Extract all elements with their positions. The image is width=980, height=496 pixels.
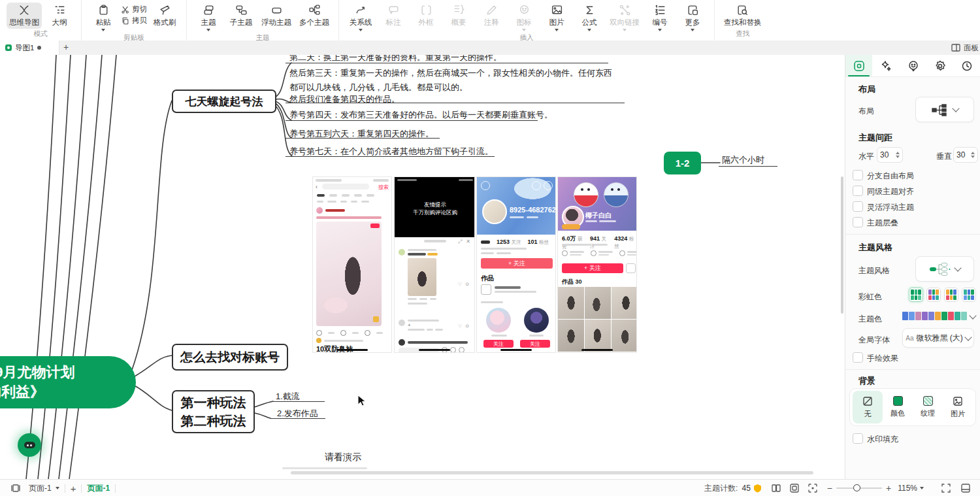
checkbox-hand-drawn[interactable] bbox=[853, 352, 863, 363]
multi-topic-button[interactable]: 多个主题 bbox=[297, 3, 332, 29]
follow-button[interactable]: + 关注 bbox=[481, 258, 553, 269]
outer-frame-button[interactable]: 外框 bbox=[411, 3, 441, 29]
checkbox-align-siblings-label: 同级主题对齐 bbox=[867, 186, 914, 197]
attached-image-feed-app[interactable]: ‹ 搜索 bbox=[312, 176, 392, 353]
zoom-level-value: 115% bbox=[898, 484, 917, 493]
outline-mode-button[interactable]: 大纲 bbox=[44, 3, 74, 29]
topic-day3-line1[interactable]: 然后第三天：重复第一天的操作，然后在商城买一个，跟女性相关的小物件。任何东西 bbox=[289, 67, 612, 79]
copy-button[interactable]: 拷贝 bbox=[121, 16, 147, 25]
badge-1-2[interactable]: 1-2 bbox=[664, 152, 701, 174]
paste-button[interactable]: 粘贴 bbox=[88, 3, 118, 33]
numbering-icon bbox=[654, 4, 666, 16]
more-button[interactable]: 更多 bbox=[678, 3, 708, 33]
background-texture-option[interactable]: 纹理 bbox=[913, 391, 943, 423]
note-button[interactable]: 注释 bbox=[476, 3, 506, 29]
find-replace-button[interactable]: 查找和替换 bbox=[721, 3, 764, 29]
bidirectional-link-button[interactable]: 双向链接 bbox=[607, 3, 642, 33]
spacing-section-title: 主题间距 bbox=[858, 132, 892, 144]
summary-button[interactable]: 概要 bbox=[444, 3, 474, 29]
checkbox-watermark[interactable] bbox=[853, 433, 863, 444]
rainbow-swatch-2[interactable] bbox=[926, 288, 941, 302]
h-spacing-input[interactable]: 30 bbox=[877, 147, 903, 163]
attached-image-video-comments[interactable]: 友情提示 千万别购评论区购 ⤢✕ ♡⊙ bbox=[394, 176, 475, 353]
more-actions-button[interactable] bbox=[626, 263, 636, 273]
checkbox-align-siblings[interactable] bbox=[853, 186, 863, 196]
image-button[interactable]: 图片 bbox=[542, 3, 572, 33]
relation-line-icon bbox=[355, 4, 367, 16]
layout-dropdown[interactable] bbox=[915, 97, 974, 122]
zoom-slider[interactable] bbox=[836, 488, 882, 489]
checkbox-flexible-floating[interactable] bbox=[853, 201, 863, 212]
mindmap-mode-button[interactable]: 思维导图 bbox=[7, 3, 42, 29]
follow-button-small[interactable]: 关注 bbox=[520, 340, 550, 348]
rainbow-swatch-3[interactable] bbox=[944, 288, 958, 302]
checkbox-topic-overlap[interactable] bbox=[853, 217, 863, 227]
rainbow-swatch-1[interactable] bbox=[909, 288, 923, 302]
panel-tab-marker[interactable] bbox=[900, 55, 926, 76]
document-tab-label: 导图1 bbox=[15, 43, 34, 53]
add-tab-button[interactable]: + bbox=[60, 42, 72, 54]
topic-button[interactable]: 主题 bbox=[193, 3, 223, 33]
follow-button[interactable]: + 关注 bbox=[562, 263, 623, 273]
marker-icon-button[interactable]: 图标 bbox=[509, 3, 539, 33]
collapse-bar-icon[interactable] bbox=[960, 483, 971, 493]
font-dropdown[interactable]: Aa 微软雅黑 (大) bbox=[902, 328, 974, 348]
numbering-button[interactable]: 编号 bbox=[645, 3, 675, 33]
attached-image-profile-doraemon[interactable]: 椰子白白 6.0万 获赞 941 关注 4324 粉丝 + 关注 作品 30 bbox=[557, 176, 637, 353]
fullscreen-icon[interactable] bbox=[941, 483, 951, 493]
panel-toggle-button[interactable]: 面板 bbox=[951, 41, 979, 55]
page-tab-active[interactable]: 页面-1 bbox=[87, 483, 110, 494]
node-seven-day-method[interactable]: 七天螺旋起号法 bbox=[172, 90, 276, 113]
add-page-button[interactable]: + bbox=[71, 483, 76, 494]
v-spacing-input[interactable]: 30 bbox=[953, 147, 978, 163]
fit-frame-icon[interactable] bbox=[789, 483, 800, 493]
topic-underline bbox=[286, 103, 625, 103]
style-section-title: 主题风格 bbox=[858, 242, 892, 254]
subtopic-button[interactable]: 子主题 bbox=[226, 3, 256, 29]
mindmap-canvas[interactable]: 第二天：换上第一天准备好的资料。重复第一天的操作。 然后第三天：重复第一天的操作… bbox=[0, 55, 845, 479]
document-tab[interactable]: 导图1 bbox=[0, 41, 59, 55]
background-none-option[interactable]: 无 bbox=[853, 391, 883, 423]
floating-topic-button[interactable]: 浮动主题 bbox=[259, 3, 294, 29]
engagement-row bbox=[316, 330, 383, 336]
relation-line-button[interactable]: 关系线 bbox=[346, 3, 376, 33]
fit-screen-icon[interactable] bbox=[808, 483, 818, 493]
panel-tab-history[interactable] bbox=[954, 55, 980, 76]
topic-day4[interactable]: 养号第四天：发布第三天准备好的作品。以后每一天都要刷垂直账号。 bbox=[289, 109, 553, 121]
theme-style-dropdown[interactable] bbox=[915, 256, 974, 282]
node-play-methods[interactable]: 第一种玩法 第二种玩法 bbox=[172, 390, 255, 433]
format-painter-button[interactable]: 格式刷 bbox=[150, 3, 180, 29]
dropdown-caret bbox=[359, 29, 363, 31]
panel-tab-sticker[interactable] bbox=[926, 55, 953, 76]
panel-tab-layout[interactable] bbox=[845, 55, 872, 76]
ai-assistant-button[interactable] bbox=[18, 433, 41, 457]
divider bbox=[845, 234, 980, 235]
zoom-in-button[interactable]: + bbox=[886, 483, 891, 493]
attached-image-profile-blue[interactable]: 8925-4682762 1253 关注 101 粉丝 + 关注 作品 关注 关 bbox=[476, 176, 556, 353]
page-dropdown[interactable]: 页面-1 bbox=[29, 483, 59, 494]
zoom-slider-thumb[interactable] bbox=[853, 484, 860, 491]
topic-day3-line2[interactable]: 都可以几块钱，几分钱，几毛钱。都是可以的。 bbox=[289, 82, 468, 93]
callout-button[interactable]: 标注 bbox=[378, 3, 408, 29]
topic-every-six-hours[interactable]: 隔六个小时 bbox=[722, 154, 764, 166]
topic-demo-note[interactable]: 请看演示 bbox=[325, 452, 361, 463]
cut-button[interactable]: 剪切 bbox=[121, 5, 147, 14]
node-find-benchmark[interactable]: 怎么去找对标账号 bbox=[172, 344, 288, 371]
more-icon bbox=[687, 4, 699, 16]
zoom-out-button[interactable]: − bbox=[827, 483, 832, 493]
zoom-level-dropdown[interactable]: 115% bbox=[898, 484, 924, 493]
formula-button[interactable]: 公式 bbox=[574, 3, 604, 33]
theme-color-strip[interactable] bbox=[902, 312, 967, 320]
panel-scrollbar[interactable] bbox=[841, 176, 843, 314]
post-photo bbox=[316, 222, 382, 326]
background-section-title: 背景 bbox=[858, 375, 875, 387]
root-node[interactable]: 3年9月尤物计划 性的利益》 bbox=[0, 356, 136, 408]
background-image-option[interactable]: 图片 bbox=[943, 391, 973, 423]
topic-day3-line3[interactable]: 然后我们准备第四天的作品。 bbox=[289, 93, 400, 105]
checkbox-free-layout[interactable] bbox=[853, 170, 863, 180]
panel-tab-ai-style[interactable] bbox=[872, 55, 899, 76]
background-color-option[interactable]: 颜色 bbox=[883, 391, 913, 423]
multi-page-view-icon[interactable] bbox=[771, 483, 781, 493]
follow-button-small[interactable]: 关注 bbox=[483, 340, 514, 348]
rainbow-swatch-4[interactable] bbox=[962, 288, 976, 302]
